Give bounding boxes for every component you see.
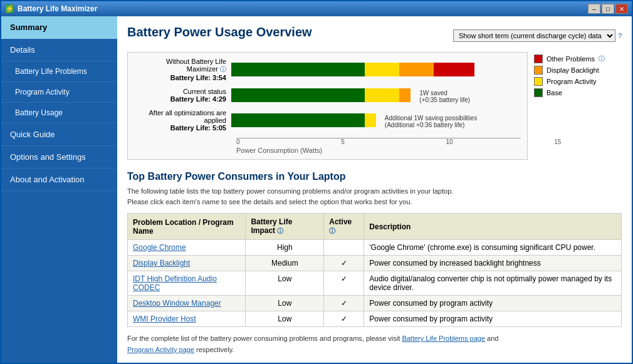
bar-without — [231, 63, 521, 76]
sidebar-item-battery-life-problems[interactable]: Battery Life Problems — [1, 61, 117, 82]
table-cell-active-0 — [324, 240, 364, 256]
table-cell-desc-3: Power consumed by program activity — [364, 296, 622, 311]
x-axis-title: Power Consumption (Watts) — [236, 147, 521, 154]
sidebar-summary-label: Summary — [10, 23, 47, 32]
table-cell-desc-1: Power consumed by increased backlight br… — [364, 256, 622, 271]
legend-color-program — [534, 77, 543, 86]
table-cell-name-4: WMI Provider Host — [128, 311, 246, 327]
bar-seg-disp-without — [399, 63, 434, 76]
bar-seg-other-without — [434, 63, 474, 76]
table-cell-impact-4: Low — [246, 311, 324, 327]
bar-title-without: Without Battery Life Maximizer ⓘ — [134, 58, 226, 74]
active-help-icon[interactable]: ⓘ — [329, 227, 335, 234]
table-cell-name-2: IDT High Definition Audio CODEC — [128, 271, 246, 296]
close-button[interactable]: ✕ — [615, 4, 628, 14]
footer-text-between: and — [485, 335, 498, 342]
x-label-0: 0 — [236, 138, 240, 145]
sidebar-aa-label: About and Activation — [10, 175, 85, 184]
bar-seg-prog-without — [365, 63, 399, 76]
dropdown-help-icon[interactable]: ? — [618, 32, 622, 39]
main-window: ⚡ Battery Life Maximizer – □ ✕ Summary D… — [0, 0, 633, 364]
battery-life-problems-link[interactable]: Battery Life Problems page — [402, 335, 485, 342]
consumers-desc: The following table lists the top batter… — [127, 186, 622, 207]
sidebar-qg-label: Quick Guide — [10, 130, 55, 139]
bar-life-without: Battery Life: 3:54 — [134, 74, 226, 81]
bar-seg-disp-current — [399, 88, 411, 102]
legend-item-base: Base — [534, 88, 622, 97]
chart-section: Without Battery Life Maximizer ⓘ Battery… — [127, 52, 622, 160]
x-label-10: 10 — [446, 138, 453, 145]
bar-label-current: Current status Battery Life: 4:29 — [134, 88, 231, 103]
table-cell-desc-2: Audio digital/analog converter chip is n… — [364, 271, 622, 296]
maximize-button[interactable]: □ — [602, 4, 614, 14]
page-title: Battery Power Usage Overview — [127, 25, 312, 39]
bar-seg-base-optimized — [231, 113, 365, 127]
table-row: IDT High Definition Audio CODEC Low ✓ Au… — [128, 271, 622, 296]
bar-life-current: Battery Life: 4:29 — [134, 95, 226, 103]
consumers-table: Problem Location / Program Name Battery … — [127, 213, 622, 327]
program-link-2[interactable]: IDT High Definition Audio CODEC — [133, 274, 217, 292]
table-header-row: Problem Location / Program Name Battery … — [128, 214, 622, 240]
bar-title-current: Current status — [134, 88, 226, 95]
table-cell-active-4: ✓ — [324, 311, 364, 327]
table-cell-name-0: Google Chrome — [128, 240, 246, 256]
chart-legend: Other Problems ⓘ Display Backlight Progr… — [534, 52, 622, 160]
sidebar-item-battery-usage[interactable]: Battery Usage — [1, 103, 117, 123]
program-activity-link[interactable]: Program Activity page — [127, 346, 194, 353]
sidebar-os-label: Options and Settings — [10, 152, 86, 162]
bar-note-current: 1W saved(+0:35 battery life) — [419, 90, 470, 103]
program-link-1[interactable]: Display Backlight — [133, 259, 190, 268]
table-cell-impact-2: Low — [246, 271, 324, 296]
legend-label-program: Program Activity — [547, 78, 596, 85]
window-title: Battery Life Maximizer — [18, 4, 97, 13]
consumers-desc-line1: The following table lists the top batter… — [127, 187, 453, 195]
legend-item-program: Program Activity — [534, 77, 622, 86]
bar-row-without: Without Battery Life Maximizer ⓘ Battery… — [134, 58, 521, 81]
footer-text-before: For the complete list of the battery pow… — [127, 335, 402, 342]
sidebar-item-options-settings[interactable]: Options and Settings — [1, 146, 117, 169]
sidebar-item-quick-guide[interactable]: Quick Guide — [1, 123, 117, 146]
sidebar-item-details[interactable]: Details — [1, 39, 117, 61]
legend-help-other[interactable]: ⓘ — [599, 55, 605, 63]
col-header-name: Problem Location / Program Name — [128, 214, 246, 240]
dropdown-area: Show short term (current discharge cycle… — [453, 29, 622, 42]
table-cell-desc-0: 'Google Chrome' (chrome.exe) is consumin… — [364, 240, 622, 256]
table-cell-name-3: Desktop Window Manager — [128, 296, 246, 311]
footer-text-after: respectively. — [194, 346, 234, 353]
bar-optimized — [231, 113, 521, 127]
legend-color-display — [534, 66, 543, 75]
main-content: Battery Power Usage Overview Show short … — [117, 16, 632, 363]
sidebar-item-summary[interactable]: Summary — [1, 16, 117, 39]
data-range-dropdown[interactable]: Show short term (current discharge cycle… — [453, 29, 615, 42]
bar-seg-prog-current — [365, 88, 399, 102]
sidebar-details-label: Details — [10, 45, 35, 55]
table-row: WMI Provider Host Low ✓ Power consumed b… — [128, 311, 622, 327]
minimize-button[interactable]: – — [588, 4, 600, 14]
sidebar-item-about-activation[interactable]: About and Activation — [1, 169, 117, 191]
consumers-desc-line2: Please click each item's name to see the… — [127, 198, 412, 205]
bar-current — [231, 88, 521, 102]
legend-color-other — [534, 55, 543, 63]
bar-seg-base-without — [231, 63, 365, 76]
col-header-impact: Battery Life Impact ⓘ — [246, 214, 324, 240]
table-cell-impact-1: Medium — [246, 256, 324, 271]
info-icon-without[interactable]: ⓘ — [220, 66, 226, 73]
table-row: Display Backlight Medium ✓ Power consume… — [128, 256, 622, 271]
table-cell-impact-3: Low — [246, 296, 324, 311]
table-cell-active-3: ✓ — [324, 296, 364, 311]
program-link-0[interactable]: Google Chrome — [133, 243, 186, 252]
legend-color-base — [534, 88, 543, 97]
content-area: Summary Details Battery Life Problems Pr… — [1, 16, 632, 363]
program-link-4[interactable]: WMI Provider Host — [133, 315, 196, 323]
impact-help-icon[interactable]: ⓘ — [277, 227, 283, 234]
sidebar-item-program-activity[interactable]: Program Activity — [1, 82, 117, 103]
legend-item-display: Display Backlight — [534, 66, 622, 75]
sidebar: Summary Details Battery Life Problems Pr… — [1, 16, 117, 363]
table-cell-desc-4: Power consumed by program activity — [364, 311, 622, 327]
content-header: Battery Power Usage Overview Show short … — [127, 25, 622, 46]
sidebar-bu-label: Battery Usage — [15, 108, 63, 117]
app-icon: ⚡ — [5, 4, 14, 13]
program-link-3[interactable]: Desktop Window Manager — [133, 299, 221, 308]
table-cell-name-1: Display Backlight — [128, 256, 246, 271]
bar-container-without — [231, 63, 521, 76]
